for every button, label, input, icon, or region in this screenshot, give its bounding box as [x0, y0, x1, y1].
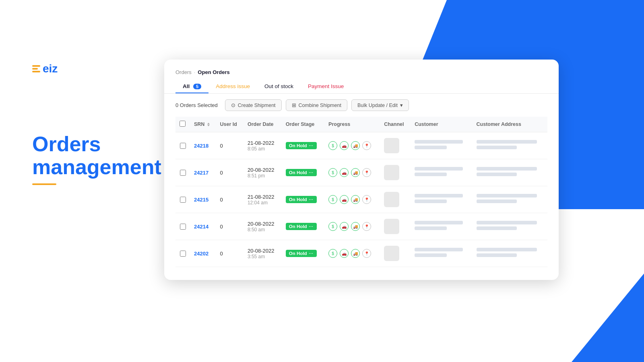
create-shipment-button[interactable]: ⊙ Create Shipment: [225, 99, 282, 111]
progress-pin-24217: 📍: [362, 168, 371, 177]
row-channel-24214: [380, 213, 411, 240]
dropdown-arrow-icon: ▾: [400, 102, 403, 108]
row-userid-24217: 0: [216, 159, 244, 186]
breadcrumb-current: Open Orders: [198, 69, 229, 75]
tab-all[interactable]: All 5: [175, 80, 208, 93]
row-channel-24202: [380, 240, 411, 267]
srn-link-24202[interactable]: 24202: [194, 251, 208, 257]
row-channel-24215: [380, 186, 411, 213]
table-row: 24202 0 20-08-2022 3:55 am On Hold ··· $…: [175, 240, 547, 267]
row-customer-24202: [411, 240, 472, 267]
breadcrumb-parent[interactable]: Orders: [175, 69, 192, 75]
row-srn-24202: 24202: [190, 240, 216, 267]
orders-table: SRN User Id Order Date Order Stage: [175, 117, 547, 267]
row-address-24218: [473, 132, 547, 159]
on-hold-badge-24202: On Hold ···: [286, 250, 317, 257]
row-checkbox-cell: [175, 240, 190, 267]
srn-sort-icon[interactable]: [207, 123, 210, 126]
row-stage-24215: On Hold ···: [282, 186, 324, 213]
srn-link-24215[interactable]: 24215: [194, 197, 208, 203]
row-progress-24215: $ 🚗 🚚 📍: [324, 186, 380, 213]
bulk-update-button[interactable]: Bulk Update / Edit ▾: [351, 99, 409, 111]
row-progress-24202: $ 🚗 🚚 📍: [324, 240, 380, 267]
row-checkbox-24214[interactable]: [180, 224, 186, 230]
progress-dollar-24217: $: [328, 168, 337, 177]
on-hold-badge-24214: On Hold ···: [286, 223, 317, 230]
breadcrumb-separator: ·: [194, 69, 196, 75]
srn-link-24214[interactable]: 24214: [194, 224, 208, 230]
col-srn: SRN: [190, 117, 216, 132]
tabs-row: All 5 Address issue Out of stock Payment…: [164, 80, 559, 94]
channel-image-24215: [384, 192, 399, 207]
row-address-24202: [473, 240, 547, 267]
row-srn-24218: 24218: [190, 132, 216, 159]
logo-bar-3: [32, 71, 40, 72]
channel-image-24214: [384, 219, 399, 234]
row-checkbox-24218[interactable]: [180, 143, 186, 149]
hero-underline: [32, 183, 56, 185]
progress-truck-24218: 🚚: [351, 141, 360, 150]
col-checkbox: [175, 117, 190, 132]
progress-car-24202: 🚗: [340, 249, 349, 258]
select-all-checkbox[interactable]: [180, 121, 186, 127]
row-date-24217: 20-08-2022 8:51 pm: [244, 159, 282, 186]
progress-pin-24202: 📍: [362, 249, 371, 258]
col-channel: Channel: [380, 117, 411, 132]
row-customer-24214: [411, 213, 472, 240]
row-address-24214: [473, 213, 547, 240]
hero-line2: management: [32, 156, 161, 179]
logo: eiz: [32, 62, 58, 75]
progress-truck-24202: 🚚: [351, 249, 360, 258]
row-customer-24218: [411, 132, 472, 159]
progress-truck-24217: 🚚: [351, 168, 360, 177]
progress-pin-24214: 📍: [362, 222, 371, 231]
col-customer: Customer: [411, 117, 472, 132]
row-checkbox-cell: [175, 159, 190, 186]
row-date-24214: 20-08-2022 8:50 am: [244, 213, 282, 240]
tab-address-issue[interactable]: Address issue: [208, 80, 257, 93]
progress-truck-24214: 🚚: [351, 222, 360, 231]
row-srn-24217: 24217: [190, 159, 216, 186]
combine-shipment-icon: ⊞: [292, 102, 296, 108]
channel-image-24218: [384, 138, 399, 153]
row-channel-24218: [380, 132, 411, 159]
row-checkbox-24202[interactable]: [180, 251, 186, 257]
toolbar: 0 Orders Selected ⊙ Create Shipment ⊞ Co…: [164, 94, 559, 117]
hero-line1: Orders: [32, 133, 161, 156]
row-checkbox-24217[interactable]: [180, 170, 186, 176]
tab-out-of-stock[interactable]: Out of stock: [257, 80, 301, 93]
on-hold-badge-24215: On Hold ···: [286, 196, 317, 203]
row-checkbox-24215[interactable]: [180, 197, 186, 203]
row-srn-24214: 24214: [190, 213, 216, 240]
bg-decoration-bottom-right: [523, 274, 644, 362]
row-address-24217: [473, 159, 547, 186]
col-order-stage: Order Stage: [282, 117, 324, 132]
srn-link-24217[interactable]: 24217: [194, 170, 208, 176]
row-userid-24202: 0: [216, 240, 244, 267]
combine-shipment-button[interactable]: ⊞ Combine Shipment: [286, 99, 347, 111]
tab-payment-issue[interactable]: Payment Issue: [301, 80, 351, 93]
srn-link-24218[interactable]: 24218: [194, 143, 208, 149]
row-progress-24218: $ 🚗 🚚 📍: [324, 132, 380, 159]
col-order-date: Order Date: [244, 117, 282, 132]
logo-area: eiz: [32, 62, 58, 75]
channel-image-24217: [384, 165, 399, 180]
row-checkbox-cell: [175, 186, 190, 213]
logo-text: eiz: [43, 62, 58, 75]
table-wrapper: SRN User Id Order Date Order Stage: [164, 117, 559, 267]
row-date-24202: 20-08-2022 3:55 am: [244, 240, 282, 267]
create-shipment-icon: ⊙: [231, 102, 235, 108]
row-stage-24202: On Hold ···: [282, 240, 324, 267]
row-progress-24217: $ 🚗 🚚 📍: [324, 159, 380, 186]
logo-bar-1: [32, 65, 40, 67]
hero-text: Orders management: [32, 133, 161, 185]
row-customer-24217: [411, 159, 472, 186]
col-customer-address: Customer Address: [473, 117, 547, 132]
row-checkbox-cell: [175, 213, 190, 240]
table-row: 24215 0 21-08-2022 12:04 am On Hold ··· …: [175, 186, 547, 213]
table-row: 24217 0 20-08-2022 8:51 pm On Hold ··· $…: [175, 159, 547, 186]
row-date-24215: 21-08-2022 12:04 am: [244, 186, 282, 213]
on-hold-badge-24218: On Hold ···: [286, 142, 317, 149]
progress-truck-24215: 🚚: [351, 195, 360, 204]
progress-dollar-24202: $: [328, 249, 337, 258]
